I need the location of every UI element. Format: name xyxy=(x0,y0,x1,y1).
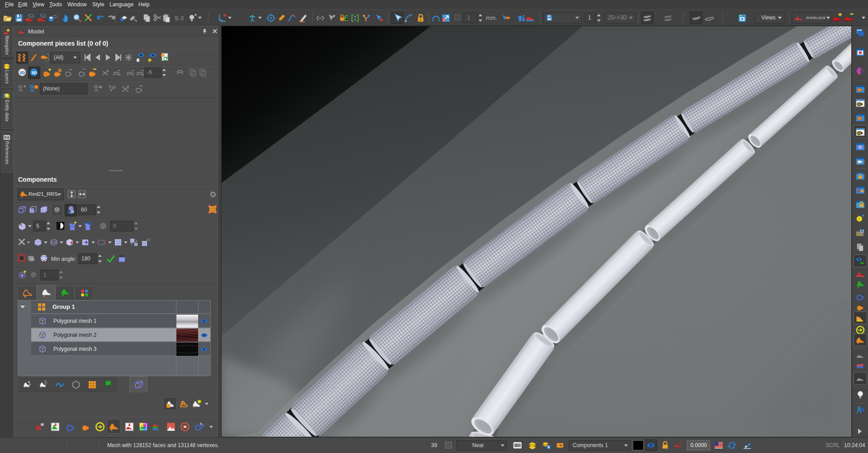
svg-text:3D: 3D xyxy=(32,71,37,75)
svg-text:2D: 2D xyxy=(147,238,151,241)
svg-text:$: $ xyxy=(679,441,682,445)
svg-text:α: α xyxy=(20,222,22,226)
svg-text:2D: 2D xyxy=(20,71,25,75)
svg-text:R: R xyxy=(181,401,185,406)
svg-text:S·S: S·S xyxy=(175,15,184,22)
